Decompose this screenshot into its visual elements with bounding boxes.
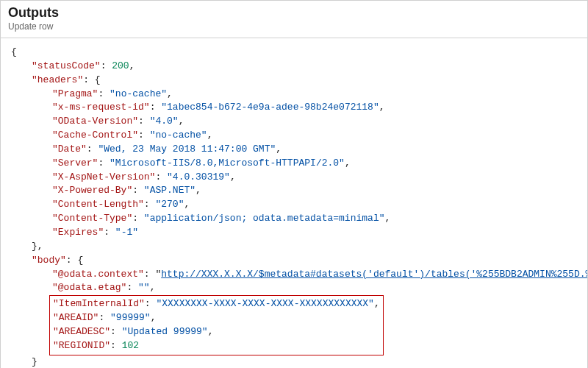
key-regionid: "REGIONID": [53, 340, 110, 351]
val-aspnet: "4.0.30319": [167, 171, 230, 183]
key-body: "body": [32, 255, 66, 266]
val-cache: "no-cache": [150, 130, 207, 141]
highlighted-fields: "ItemInternalId": "XXXXXXXX-XXXX-XXXX-XX…: [49, 295, 384, 355]
panel-title: Outputs: [8, 5, 580, 21]
val-odatacontext[interactable]: http://XXX.X.X.X/$metadata#datasets('def…: [161, 269, 587, 280]
key-clen: "Content-Length": [52, 199, 144, 210]
key-odatacontext: "@odata.context": [52, 269, 144, 280]
key-iteminternalid: "ItemInternalId": [53, 298, 145, 309]
val-odataetag: "": [138, 282, 150, 293]
key-areaid: "AREAID": [53, 312, 98, 323]
val-regionid: 102: [122, 340, 139, 351]
val-powered: "ASP.NET": [144, 185, 196, 196]
key-powered: "X-Powered-By": [52, 185, 132, 196]
key-xms: "x-ms-request-id": [52, 102, 150, 113]
key-statuscode: "statusCode": [32, 60, 101, 71]
val-server: "Microsoft-IIS/8.0,Microsoft-HTTPAPI/2.0…: [110, 158, 345, 169]
panel-header: Outputs Update row: [1, 1, 587, 38]
val-date: "Wed, 23 May 2018 11:47:00 GMT": [98, 144, 276, 155]
key-cache: "Cache-Control": [52, 130, 138, 141]
val-areaid: "99999": [110, 312, 151, 323]
json-output: { "statusCode": 200, "headers": { "Pragm…: [1, 38, 587, 368]
val-pragma: "no-cache": [110, 88, 167, 99]
panel-subtitle: Update row: [8, 21, 580, 32]
key-ctype: "Content-Type": [52, 213, 132, 224]
val-clen: "270": [155, 199, 184, 210]
key-aspnet: "X-AspNet-Version": [52, 171, 155, 183]
val-odatav: "4.0": [150, 116, 179, 127]
val-expires: "-1": [115, 227, 138, 238]
key-expires: "Expires": [52, 227, 104, 238]
key-date: "Date": [52, 144, 87, 155]
val-areadesc: "Updated 99999": [122, 326, 208, 337]
key-pragma: "Pragma": [52, 88, 98, 99]
val-xms: "1abec854-b672-4e9a-adee-98b24e072118": [161, 102, 379, 113]
val-statuscode: 200: [112, 60, 129, 71]
key-areadesc: "AREADESC": [53, 326, 110, 337]
val-ctype: "application/json; odata.metadata=minima…: [144, 213, 385, 224]
val-iteminternalid: "XXXXXXXX-XXXX-XXXX-XXXX-XXXXXXXXXXXX": [156, 298, 373, 309]
key-odatav: "OData-Version": [52, 116, 138, 127]
key-headers: "headers": [32, 74, 83, 85]
outputs-panel: Outputs Update row { "statusCode": 200, …: [0, 0, 588, 368]
key-odataetag: "@odata.etag": [52, 282, 126, 293]
key-server: "Server": [52, 158, 98, 169]
